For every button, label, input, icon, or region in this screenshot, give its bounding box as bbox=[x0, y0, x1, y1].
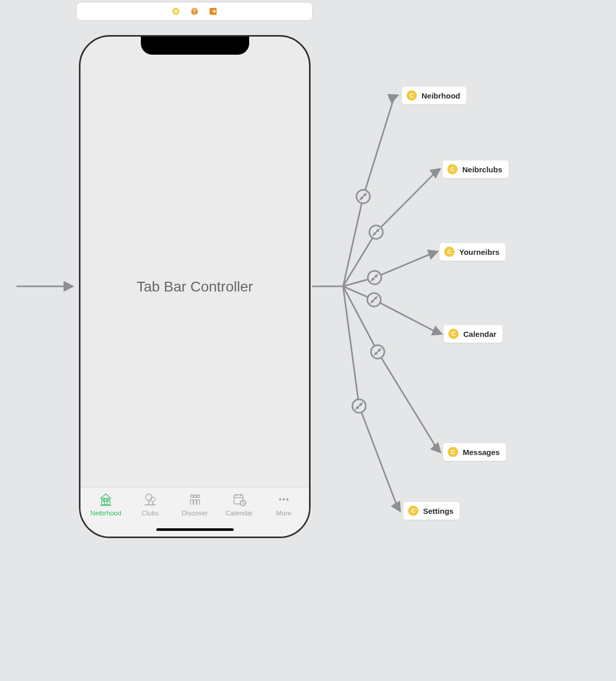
dest-yourneibrs[interactable]: C Yourneibrs bbox=[439, 242, 506, 261]
tab-neibrhood[interactable]: Neibrhood bbox=[84, 492, 128, 537]
svg-rect-11 bbox=[153, 501, 154, 505]
svg-point-36 bbox=[375, 275, 378, 278]
svg-point-46 bbox=[378, 349, 381, 352]
scene-icon[interactable] bbox=[171, 7, 181, 16]
svg-line-47 bbox=[374, 348, 381, 355]
svg-point-25 bbox=[361, 197, 363, 200]
svg-rect-9 bbox=[149, 500, 150, 505]
svg-point-49 bbox=[352, 399, 366, 413]
controller-icon: C bbox=[447, 164, 458, 174]
svg-point-24 bbox=[356, 190, 370, 203]
svg-point-41 bbox=[375, 297, 377, 300]
tab-label: Discover bbox=[182, 509, 208, 517]
dest-label: Settings bbox=[423, 507, 453, 515]
controller-icon: C bbox=[444, 247, 455, 257]
svg-point-29 bbox=[369, 225, 383, 239]
svg-line-52 bbox=[355, 402, 363, 410]
svg-line-27 bbox=[360, 193, 367, 200]
house-icon bbox=[98, 492, 114, 507]
dest-label: Calendar bbox=[463, 330, 496, 338]
svg-line-38 bbox=[432, 330, 441, 334]
object-icon[interactable] bbox=[190, 7, 199, 16]
svg-point-26 bbox=[364, 194, 366, 197]
tab-more[interactable]: More bbox=[262, 492, 306, 537]
svg-line-32 bbox=[372, 229, 380, 236]
svg-point-12 bbox=[190, 495, 193, 497]
dest-neibrclubs[interactable]: C Neibrclubs bbox=[442, 160, 509, 179]
svg-point-13 bbox=[193, 495, 196, 497]
phone-notch bbox=[141, 35, 249, 55]
dest-settings[interactable]: C Settings bbox=[403, 501, 460, 520]
svg-point-1 bbox=[174, 9, 178, 13]
tree-icon bbox=[142, 492, 158, 507]
dest-label: Neibrclubs bbox=[462, 165, 502, 174]
svg-line-37 bbox=[371, 274, 378, 281]
controller-icon: C bbox=[407, 90, 417, 101]
svg-rect-5 bbox=[103, 499, 105, 501]
svg-point-20 bbox=[286, 498, 288, 500]
dest-label: Neibrhood bbox=[422, 91, 460, 100]
home-indicator bbox=[156, 528, 234, 531]
svg-rect-6 bbox=[107, 499, 109, 501]
svg-rect-4 bbox=[104, 501, 107, 505]
svg-point-44 bbox=[371, 345, 384, 359]
svg-point-14 bbox=[197, 495, 199, 497]
dest-neibrhood[interactable]: C Neibrhood bbox=[401, 86, 467, 105]
svg-point-39 bbox=[367, 293, 381, 306]
dest-messages[interactable]: C Messages bbox=[443, 443, 507, 461]
svg-line-42 bbox=[370, 296, 378, 303]
svg-line-33 bbox=[428, 252, 437, 255]
svg-point-34 bbox=[368, 271, 381, 284]
svg-line-48 bbox=[395, 503, 400, 511]
tab-label: Calendar bbox=[225, 509, 253, 517]
tab-label: Neibrhood bbox=[90, 509, 121, 517]
svg-point-35 bbox=[372, 278, 375, 281]
svg-point-18 bbox=[279, 498, 281, 500]
svg-point-50 bbox=[356, 407, 359, 409]
calendar-icon bbox=[232, 492, 247, 507]
controller-icon: C bbox=[448, 329, 459, 339]
phone-frame: Tab Bar Controller Neibrhood bbox=[79, 35, 311, 538]
tab-label: More bbox=[276, 509, 291, 517]
svg-point-19 bbox=[283, 498, 285, 500]
scene-title: Tab Bar Controller bbox=[137, 279, 253, 295]
svg-rect-7 bbox=[101, 505, 111, 506]
dest-label: Messages bbox=[463, 448, 500, 457]
more-icon bbox=[276, 492, 291, 507]
svg-line-43 bbox=[433, 445, 440, 452]
svg-point-31 bbox=[377, 230, 379, 232]
svg-point-45 bbox=[375, 352, 378, 355]
controller-icon: C bbox=[448, 447, 458, 457]
exit-icon[interactable] bbox=[208, 7, 218, 16]
dest-calendar[interactable]: C Calendar bbox=[443, 325, 503, 343]
storyboard-canvas: Tab Bar Controller Neibrhood bbox=[0, 0, 616, 681]
svg-point-51 bbox=[360, 403, 362, 406]
controller-icon: C bbox=[408, 506, 418, 516]
people-icon bbox=[187, 492, 203, 507]
dest-label: Yourneibrs bbox=[459, 248, 499, 256]
svg-line-23 bbox=[389, 95, 397, 99]
svg-line-28 bbox=[432, 169, 440, 174]
scene-toolbar bbox=[76, 2, 313, 21]
svg-point-40 bbox=[371, 300, 374, 303]
svg-point-30 bbox=[374, 233, 376, 235]
tab-label: Clubs bbox=[142, 509, 159, 517]
svg-point-8 bbox=[146, 494, 152, 500]
